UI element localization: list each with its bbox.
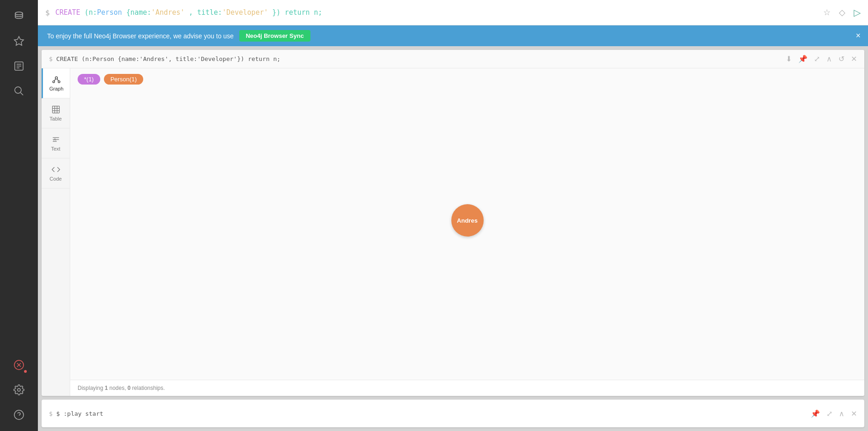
- graph-canvas: Andres: [70, 90, 864, 380]
- svg-point-6: [15, 87, 21, 93]
- svg-point-14: [55, 77, 58, 79]
- sidebar-item-search[interactable]: [7, 79, 30, 103]
- svg-line-17: [54, 79, 55, 81]
- badge-all-nodes[interactable]: *(1): [78, 74, 100, 85]
- svg-line-18: [57, 79, 59, 81]
- tab-text[interactable]: A Text: [42, 128, 70, 158]
- collapse-icon[interactable]: ∧: [826, 55, 832, 63]
- download-icon[interactable]: ⬇: [786, 55, 792, 63]
- graph-area: *(1) Person(1) Andres Displaying 1 nodes…: [70, 68, 864, 396]
- svg-point-12: [14, 410, 24, 419]
- refresh-icon[interactable]: ↺: [838, 55, 844, 63]
- second-expand-icon[interactable]: ⤢: [826, 409, 832, 418]
- tab-code[interactable]: Code: [42, 158, 70, 188]
- query-return: return n;: [285, 8, 322, 17]
- svg-point-11: [18, 389, 20, 391]
- footer-displaying: Displaying: [78, 385, 105, 391]
- footer-rels-count: 0: [127, 385, 131, 391]
- query-name-val: 'Andres': [151, 8, 184, 17]
- sidebar-item-documents[interactable]: [7, 55, 30, 78]
- footer-nodes-label: nodes,: [108, 385, 127, 391]
- tab-text-label: Text: [51, 146, 60, 152]
- tab-table[interactable]: Table: [42, 98, 70, 128]
- query-node-start: (n:: [85, 8, 97, 17]
- tab-table-label: Table: [49, 116, 61, 121]
- sidebar-item-help[interactable]: [7, 403, 30, 426]
- second-panel: $ $ :play start 📌 ⤢ ∧ ✕: [42, 400, 864, 427]
- svg-point-0: [15, 12, 23, 15]
- result-panel: $ CREATE (n:Person {name:'Andres', title…: [42, 50, 864, 396]
- tab-graph[interactable]: Graph: [42, 68, 70, 98]
- tab-code-label: Code: [49, 176, 61, 182]
- sidebar-item-error[interactable]: [7, 353, 30, 376]
- query-bar: $ CREATE (n:Person {name:'Andres' , titl…: [38, 0, 868, 25]
- sidebar: [0, 0, 38, 431]
- expand-icon[interactable]: ⤢: [814, 55, 820, 63]
- second-close-icon[interactable]: ✕: [851, 409, 857, 418]
- second-panel-query: $ :play start: [56, 410, 807, 417]
- query-end: }): [272, 8, 285, 17]
- query-bar-text[interactable]: CREATE (n:Person {name:'Andres' , title:…: [55, 8, 818, 17]
- main-content: $ CREATE (n:Person {name:'Andres' , titl…: [38, 0, 868, 431]
- banner: To enjoy the full Neo4j Browser experien…: [38, 25, 868, 46]
- graph-footer: Displaying 1 nodes, 0 relationships.: [70, 380, 864, 396]
- node-label: Andres: [457, 217, 478, 224]
- result-header-actions: ⬇ 📌 ⤢ ∧ ↺ ✕: [786, 55, 857, 63]
- browser-sync-button[interactable]: Neo4j Browser Sync: [239, 30, 310, 42]
- result-dollar: $: [49, 55, 53, 62]
- sidebar-item-settings[interactable]: [7, 378, 30, 401]
- query-brace-open: {name:: [126, 8, 151, 17]
- tab-bar: Graph Table: [42, 68, 70, 396]
- svg-text:A: A: [54, 137, 56, 142]
- query-bar-actions: ☆ ◇ ▷: [823, 7, 861, 18]
- result-header-query: CREATE (n:Person {name:'Andres', title:'…: [56, 55, 782, 62]
- svg-line-7: [21, 93, 24, 96]
- banner-text: To enjoy the full Neo4j Browser experien…: [47, 32, 234, 40]
- second-panel-actions: 📌 ⤢ ∧ ✕: [811, 409, 857, 418]
- svg-point-16: [58, 81, 60, 83]
- query-comma: , title:: [189, 8, 222, 17]
- graph-badges: *(1) Person(1): [70, 68, 864, 90]
- pin-result-icon[interactable]: 📌: [798, 55, 807, 63]
- banner-close-icon[interactable]: ×: [856, 31, 861, 41]
- svg-marker-1: [14, 36, 24, 45]
- close-result-icon[interactable]: ✕: [851, 55, 857, 63]
- footer-rels-label: relationships.: [131, 385, 165, 391]
- second-pin-icon[interactable]: 📌: [811, 409, 820, 418]
- query-dollar: $: [45, 8, 50, 17]
- pin-icon[interactable]: ◇: [839, 7, 845, 18]
- query-label: Person: [97, 8, 122, 17]
- second-panel-dollar: $: [49, 410, 53, 417]
- favorite-icon[interactable]: ☆: [823, 7, 831, 18]
- run-icon[interactable]: ▷: [854, 7, 861, 18]
- second-collapse-icon[interactable]: ∧: [839, 409, 844, 418]
- badge-person[interactable]: Person(1): [104, 74, 143, 85]
- query-title-val: 'Developer': [222, 8, 268, 17]
- result-header: $ CREATE (n:Person {name:'Andres', title…: [42, 50, 864, 68]
- svg-point-15: [53, 81, 55, 83]
- sidebar-item-favorites[interactable]: [7, 30, 30, 53]
- query-create-kw: CREATE: [55, 8, 80, 17]
- result-body: Graph Table: [42, 68, 864, 396]
- sidebar-item-database[interactable]: [7, 5, 30, 28]
- svg-rect-19: [52, 106, 59, 113]
- tab-graph-label: Graph: [49, 86, 64, 91]
- graph-node-andres[interactable]: Andres: [451, 204, 484, 237]
